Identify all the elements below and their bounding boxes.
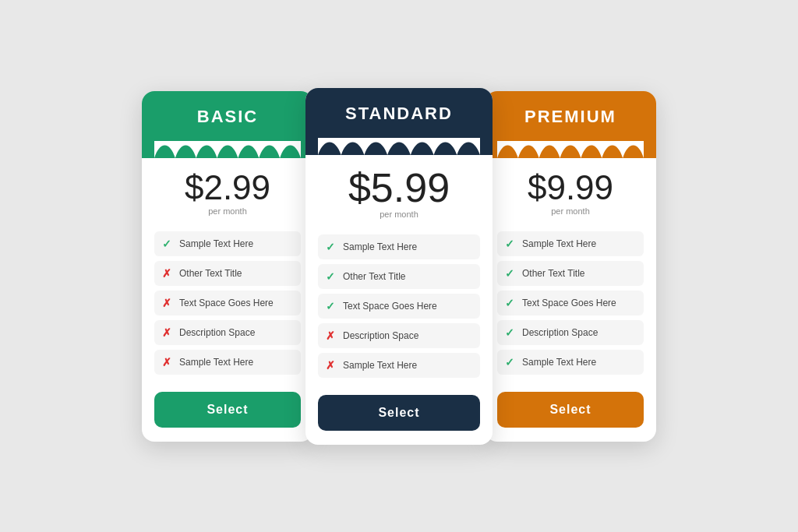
check-icon: ✓	[505, 356, 514, 368]
card-footer: Select	[305, 386, 493, 445]
feature-text: Sample Text Here	[343, 241, 417, 252]
feature-text: Description Space	[343, 330, 418, 341]
card-header: BASIC	[142, 91, 313, 158]
select-button[interactable]: Select	[497, 392, 644, 428]
feature-text: Description Space	[522, 327, 598, 338]
feature-text: Sample Text Here	[522, 238, 596, 249]
check-icon: ✓	[505, 267, 514, 280]
feature-item: ✗ Description Space	[318, 323, 480, 348]
select-button[interactable]: Select	[318, 395, 480, 431]
feature-text: Text Space Goes Here	[179, 298, 274, 308]
per-month-label: per month	[497, 206, 644, 216]
check-icon: ✓	[326, 270, 335, 283]
cross-icon: ✗	[162, 297, 171, 309]
feature-text: Description Space	[179, 327, 255, 338]
pricing-container: BASIC $2.99 per month ✓ Sample Text Here…	[126, 60, 672, 473]
check-icon: ✓	[326, 300, 335, 312]
feature-text: Other Text Title	[522, 268, 584, 279]
cross-icon: ✗	[162, 267, 171, 280]
card-premium: PREMIUM $9.99 per month ✓ Sample Text He…	[485, 91, 656, 442]
features-list: ✓ Sample Text Here ✗ Other Text Title ✗ …	[142, 224, 313, 382]
check-icon: ✓	[505, 326, 514, 339]
feature-text: Sample Text Here	[522, 357, 596, 368]
feature-item: ✓ Text Space Goes Here	[318, 294, 480, 319]
card-footer: Select	[485, 382, 656, 442]
features-list: ✓ Sample Text Here ✓ Other Text Title ✓ …	[485, 224, 656, 382]
card-title: STANDARD	[318, 104, 480, 138]
card-header: STANDARD	[305, 88, 493, 155]
card-title: PREMIUM	[497, 107, 644, 141]
card-standard: STANDARD $5.99 per month ✓ Sample Text H…	[305, 88, 493, 445]
feature-item: ✓ Sample Text Here	[154, 231, 301, 256]
wavy-divider	[318, 138, 480, 155]
feature-item: ✗ Other Text Title	[154, 261, 301, 286]
select-button[interactable]: Select	[154, 392, 301, 428]
check-icon: ✓	[326, 241, 335, 253]
feature-text: Text Space Goes Here	[522, 298, 616, 308]
feature-text: Sample Text Here	[179, 357, 253, 368]
feature-item: ✗ Sample Text Here	[154, 350, 301, 375]
price: $5.99	[318, 167, 480, 208]
wavy-divider	[154, 141, 301, 158]
wavy-divider	[497, 141, 644, 158]
cross-icon: ✗	[326, 329, 335, 342]
feature-item: ✗ Text Space Goes Here	[154, 291, 301, 315]
cross-icon: ✗	[326, 359, 335, 372]
check-icon: ✓	[505, 238, 514, 250]
feature-text: Other Text Title	[343, 271, 405, 282]
per-month-label: per month	[154, 206, 301, 216]
feature-item: ✗ Sample Text Here	[318, 353, 480, 378]
feature-item: ✗ Description Space	[154, 320, 301, 345]
card-header: PREMIUM	[485, 91, 656, 158]
card-basic: BASIC $2.99 per month ✓ Sample Text Here…	[142, 91, 313, 442]
feature-text: Text Space Goes Here	[343, 301, 437, 312]
feature-item: ✓ Other Text Title	[497, 261, 644, 286]
check-icon: ✓	[505, 297, 514, 309]
feature-item: ✓ Description Space	[497, 320, 644, 345]
feature-item: ✓ Other Text Title	[318, 264, 480, 289]
feature-text: Other Text Title	[179, 268, 242, 279]
cross-icon: ✗	[162, 356, 171, 368]
feature-text: Sample Text Here	[179, 238, 253, 249]
price: $9.99	[497, 171, 644, 205]
check-icon: ✓	[162, 238, 171, 250]
card-title: BASIC	[154, 107, 301, 141]
feature-item: ✓ Sample Text Here	[318, 234, 480, 259]
feature-item: ✓ Sample Text Here	[497, 350, 644, 375]
cross-icon: ✗	[162, 326, 171, 339]
feature-item: ✓ Text Space Goes Here	[497, 291, 644, 315]
price: $2.99	[154, 171, 301, 205]
features-list: ✓ Sample Text Here ✓ Other Text Title ✓ …	[305, 227, 493, 386]
card-pricing: $5.99 per month	[305, 155, 493, 227]
feature-item: ✓ Sample Text Here	[497, 231, 644, 256]
card-pricing: $9.99 per month	[485, 158, 656, 224]
card-pricing: $2.99 per month	[142, 158, 313, 224]
per-month-label: per month	[318, 210, 480, 219]
feature-text: Sample Text Here	[343, 360, 417, 371]
card-footer: Select	[142, 382, 313, 442]
